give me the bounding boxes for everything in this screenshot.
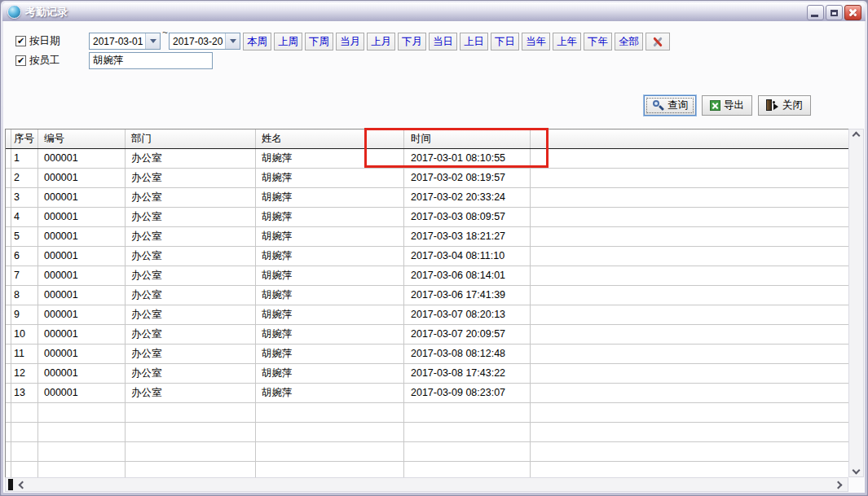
cell-time: 2017-03-07 08:20:13 xyxy=(404,305,531,325)
date-to-select[interactable]: 2017-03-20 xyxy=(169,33,240,50)
table-row[interactable]: 10000001办公室胡婉萍2017-03-07 20:09:57 xyxy=(6,325,848,345)
by-employee-checkbox[interactable] xyxy=(15,55,26,66)
cell-id xyxy=(38,462,126,477)
query-button[interactable]: 查询 xyxy=(644,95,696,116)
quick-range-button-11[interactable]: 上年 xyxy=(553,33,581,50)
table-row[interactable]: 13000001办公室胡婉萍2017-03-09 08:23:07 xyxy=(6,384,848,403)
cell-id xyxy=(38,403,126,423)
cell-dept: 办公室 xyxy=(126,247,256,266)
scroll-down-icon[interactable] xyxy=(853,467,861,475)
date-range-separator: ~ xyxy=(162,27,168,38)
cell-time: 2017-03-03 18:21:27 xyxy=(404,227,531,247)
cell-name: 胡婉萍 xyxy=(256,208,404,227)
table-row[interactable]: 3000001办公室胡婉萍2017-03-02 20:33:24 xyxy=(6,188,848,208)
horizontal-scrollbar[interactable] xyxy=(5,477,848,492)
table-row[interactable]: 6000001办公室胡婉萍2017-03-04 08:11:10 xyxy=(6,247,848,266)
app-window: 考勤记录 按日期 2017-03-01 ~ 2017-03-20 本周上周下周当… xyxy=(0,0,868,496)
row-indicator xyxy=(6,227,11,247)
cell-time: 2017-03-07 20:09:57 xyxy=(404,325,531,345)
by-date-label: 按日期 xyxy=(29,34,60,48)
close-window-button[interactable] xyxy=(844,5,861,20)
quick-range-button-9[interactable]: 下日 xyxy=(491,33,519,50)
scissors-button[interactable] xyxy=(645,33,670,50)
header-time[interactable]: 时间 xyxy=(404,129,531,148)
cell-filler xyxy=(531,169,848,188)
by-date-checkbox[interactable] xyxy=(15,36,26,46)
query-button-label: 查询 xyxy=(668,99,688,112)
quick-range-button-5[interactable]: 上月 xyxy=(367,33,395,50)
close-form-button[interactable]: 关闭 xyxy=(758,95,811,116)
quick-range-button-8[interactable]: 上日 xyxy=(460,33,488,50)
row-indicator xyxy=(6,403,11,423)
quick-range-button-12[interactable]: 下年 xyxy=(584,33,612,50)
table-row[interactable]: 8000001办公室胡婉萍2017-03-06 17:41:39 xyxy=(6,286,848,305)
date-to-value: 2017-03-20 xyxy=(170,36,225,47)
header-id[interactable]: 编号 xyxy=(38,129,126,148)
cell-id xyxy=(38,442,126,462)
scroll-up-icon[interactable] xyxy=(853,132,861,140)
cell-seq xyxy=(11,442,38,462)
table-row[interactable]: 7000001办公室胡婉萍2017-03-06 08:14:01 xyxy=(6,266,848,286)
quick-range-button-13[interactable]: 全部 xyxy=(615,33,643,50)
header-seq[interactable]: 序号 xyxy=(11,129,38,148)
export-button[interactable]: 导出 xyxy=(702,95,752,116)
cell-seq xyxy=(11,403,38,423)
header-name[interactable]: 姓名 xyxy=(256,129,404,148)
cell-name: 胡婉萍 xyxy=(256,149,404,169)
table-row[interactable]: 1000001办公室胡婉萍2017-03-01 08:10:55 xyxy=(6,149,848,169)
table-row[interactable]: 9000001办公室胡婉萍2017-03-07 08:20:13 xyxy=(6,305,848,325)
table-row[interactable]: 4000001办公室胡婉萍2017-03-03 08:09:57 xyxy=(6,208,848,227)
cell-dept: 办公室 xyxy=(126,345,256,364)
vertical-scrollbar[interactable] xyxy=(848,129,864,477)
cell-filler xyxy=(531,149,848,169)
export-button-label: 导出 xyxy=(724,99,744,112)
scroll-left-icon[interactable] xyxy=(19,481,27,489)
cell-name: 胡婉萍 xyxy=(256,227,404,247)
cell-id: 000001 xyxy=(38,384,126,403)
cell-dept: 办公室 xyxy=(126,169,256,188)
window-title: 考勤记录 xyxy=(25,5,68,20)
date-from-dropdown-button[interactable] xyxy=(145,33,160,49)
cell-seq: 1 xyxy=(11,149,38,169)
hscroll-thumb[interactable] xyxy=(8,479,13,490)
cell-filler xyxy=(531,227,848,247)
cell-seq: 2 xyxy=(11,169,38,188)
cell-time: 2017-03-02 20:33:24 xyxy=(404,188,531,208)
quick-range-button-2[interactable]: 上周 xyxy=(274,33,302,50)
scroll-right-icon[interactable] xyxy=(835,481,843,489)
title-bar[interactable]: 考勤记录 xyxy=(2,2,866,21)
quick-range-button-10[interactable]: 当年 xyxy=(522,33,550,50)
scissors-icon xyxy=(651,36,664,47)
cell-dept xyxy=(126,442,256,462)
table-row[interactable]: 5000001办公室胡婉萍2017-03-03 18:21:27 xyxy=(6,227,848,247)
minimize-button[interactable] xyxy=(807,5,824,20)
date-to-dropdown-button[interactable] xyxy=(225,33,240,49)
quick-range-button-6[interactable]: 下月 xyxy=(398,33,426,50)
cell-id: 000001 xyxy=(38,325,126,345)
cell-name: 胡婉萍 xyxy=(256,364,404,384)
cell-name xyxy=(256,462,404,477)
table-row[interactable]: 12000001办公室胡婉萍2017-03-08 17:43:22 xyxy=(6,364,848,384)
cell-seq: 5 xyxy=(11,227,38,247)
quick-range-button-7[interactable]: 当日 xyxy=(429,33,457,50)
cell-id: 000001 xyxy=(38,305,126,325)
quick-range-button-4[interactable]: 当月 xyxy=(336,33,364,50)
employee-input[interactable] xyxy=(89,52,213,69)
date-from-select[interactable]: 2017-03-01 xyxy=(89,33,161,50)
cell-name xyxy=(256,442,404,462)
table-row-empty xyxy=(6,442,848,462)
row-indicator xyxy=(6,305,11,325)
row-indicator xyxy=(6,266,11,286)
header-dept[interactable]: 部门 xyxy=(126,129,256,148)
cell-dept xyxy=(126,403,256,423)
table-row[interactable]: 11000001办公室胡婉萍2017-03-08 08:12:48 xyxy=(6,345,848,364)
cell-time: 2017-03-09 08:23:07 xyxy=(404,384,531,403)
quick-range-button-3[interactable]: 下周 xyxy=(305,33,333,50)
row-indicator xyxy=(6,286,11,305)
cell-filler xyxy=(531,266,848,286)
cell-time: 2017-03-06 08:14:01 xyxy=(404,266,531,286)
maximize-button[interactable] xyxy=(826,5,843,20)
table-row[interactable]: 2000001办公室胡婉萍2017-03-02 08:19:57 xyxy=(6,169,848,188)
quick-range-button-1[interactable]: 本周 xyxy=(243,33,271,50)
close-button-label: 关闭 xyxy=(782,99,803,112)
